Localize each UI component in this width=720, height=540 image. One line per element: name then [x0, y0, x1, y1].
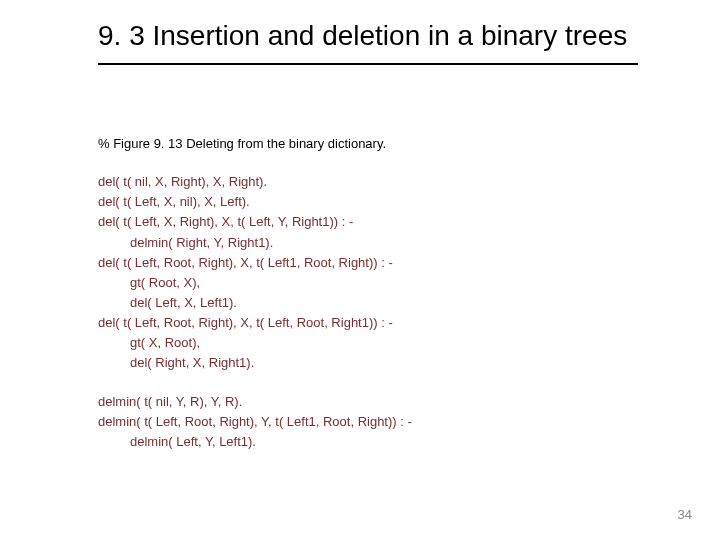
code-line: del( t( Left, Root, Right), X, t( Left1,…: [98, 253, 638, 273]
code-line: del( Right, X, Right1).: [98, 353, 638, 373]
code-line: gt( Root, X),: [98, 273, 638, 293]
code-line: delmin( t( Left, Root, Right), Y, t( Lef…: [98, 412, 638, 432]
code-block-del: del( t( nil, X, Right), X, Right). del( …: [98, 172, 638, 373]
code-line: delmin( Left, Y, Left1).: [98, 432, 638, 452]
code-line: del( t( Left, X, nil), X, Left).: [98, 192, 638, 212]
code-block-delmin: delmin( t( nil, Y, R), Y, R). delmin( t(…: [98, 392, 638, 452]
code-line: del( t( Left, Root, Right), X, t( Left, …: [98, 313, 638, 333]
figure-caption: % Figure 9. 13 Deleting from the binary …: [98, 134, 638, 154]
code-line: del( Left, X, Left1).: [98, 293, 638, 313]
code-line: gt( X, Root),: [98, 333, 638, 353]
code-line: del( t( nil, X, Right), X, Right).: [98, 172, 638, 192]
slide-title: 9. 3 Insertion and deletion in a binary …: [98, 18, 638, 65]
code-line: del( t( Left, X, Right), X, t( Left, Y, …: [98, 212, 638, 232]
slide-body: % Figure 9. 13 Deleting from the binary …: [98, 134, 638, 452]
code-line: delmin( Right, Y, Right1).: [98, 233, 638, 253]
slide: 9. 3 Insertion and deletion in a binary …: [0, 0, 720, 540]
page-number: 34: [678, 507, 692, 522]
code-line: delmin( t( nil, Y, R), Y, R).: [98, 392, 638, 412]
